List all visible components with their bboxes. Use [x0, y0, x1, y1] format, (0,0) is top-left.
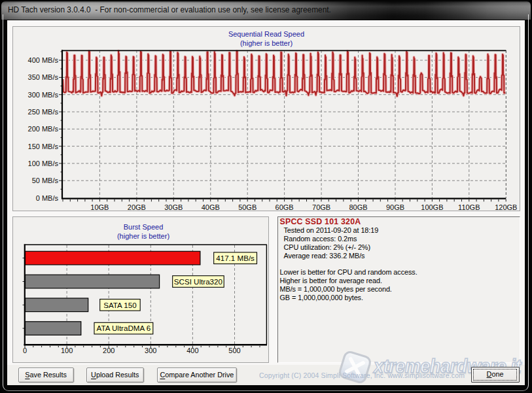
svg-text:50GB: 50GB	[238, 203, 257, 211]
svg-text:150 MB/s: 150 MB/s	[28, 143, 59, 150]
svg-text:60GB: 60GB	[275, 203, 294, 211]
svg-text:ATA UltraDMA 6: ATA UltraDMA 6	[96, 324, 151, 332]
svg-text:110GB: 110GB	[458, 203, 480, 211]
svg-text:40GB: 40GB	[202, 203, 220, 211]
svg-text:(higher is better): (higher is better)	[117, 231, 169, 239]
svg-text:0 MB/s: 0 MB/s	[36, 194, 59, 202]
svg-text:500: 500	[228, 347, 240, 354]
svg-text:200: 200	[103, 347, 115, 354]
svg-text:70GB: 70GB	[312, 203, 330, 211]
svg-text:350 MB/s: 350 MB/s	[28, 73, 59, 81]
svg-text:300: 300	[145, 347, 156, 354]
svg-text:SATA 150: SATA 150	[103, 300, 136, 309]
svg-text:100: 100	[61, 347, 73, 354]
svg-text:90GB: 90GB	[386, 203, 404, 211]
svg-text:250 MB/s: 250 MB/s	[28, 108, 59, 116]
svg-text:100 MB/s: 100 MB/s	[28, 160, 59, 167]
svg-text:400 MB/s: 400 MB/s	[28, 56, 59, 64]
svg-text:417.1 MB/s: 417.1 MB/s	[216, 253, 255, 262]
svg-text:10GB: 10GB	[90, 203, 109, 211]
svg-text:100GB: 100GB	[421, 203, 443, 211]
svg-text:Sequential Read Speed: Sequential Read Speed	[228, 30, 304, 38]
svg-text:50 MB/s: 50 MB/s	[32, 177, 59, 184]
svg-text:30GB: 30GB	[164, 203, 183, 211]
svg-text:Burst Speed: Burst Speed	[123, 222, 163, 230]
svg-text:300 MB/s: 300 MB/s	[28, 91, 59, 99]
svg-text:SCSI Ultra320: SCSI Ultra320	[173, 277, 222, 285]
svg-text:0: 0	[23, 347, 27, 354]
svg-text:80GB: 80GB	[349, 203, 367, 211]
svg-text:400: 400	[186, 347, 198, 354]
svg-text:200 MB/s: 200 MB/s	[28, 125, 59, 133]
svg-text:(higher is better): (higher is better)	[240, 39, 293, 47]
svg-text:120GB: 120GB	[495, 203, 517, 211]
svg-text:20GB: 20GB	[128, 203, 146, 211]
